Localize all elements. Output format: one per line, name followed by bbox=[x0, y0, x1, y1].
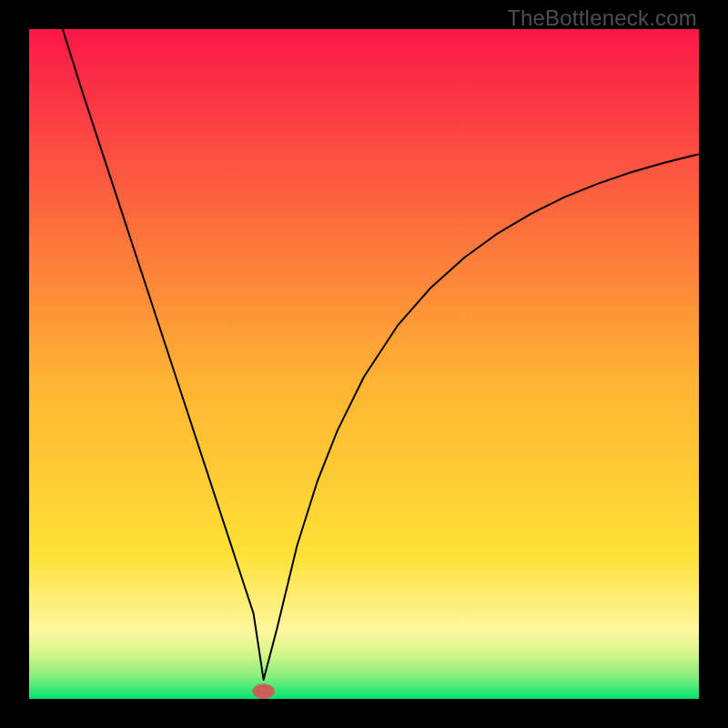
plot-area bbox=[29, 29, 699, 699]
gradient-background bbox=[29, 29, 699, 699]
chart-stage: TheBottleneck.com bbox=[0, 0, 728, 728]
chart-svg bbox=[29, 29, 699, 699]
attribution-text: TheBottleneck.com bbox=[507, 5, 697, 31]
minimum-marker-icon bbox=[253, 684, 275, 698]
